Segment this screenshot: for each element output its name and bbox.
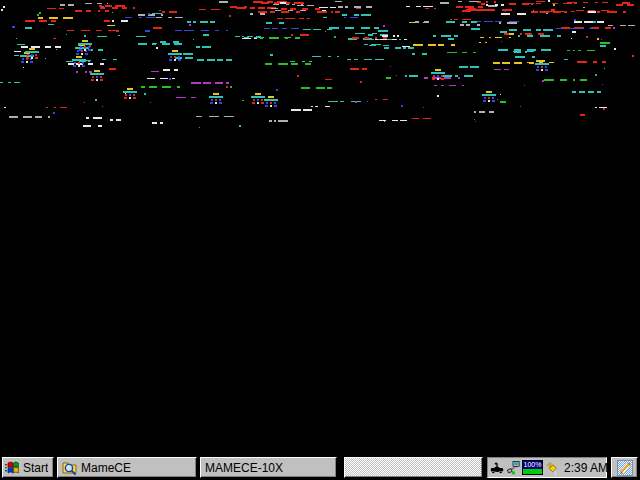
screen: Start MameCE MAMECE-10X bbox=[0, 0, 640, 480]
pc-connection-icon[interactable] bbox=[506, 460, 520, 476]
joystick-icon[interactable] bbox=[490, 460, 504, 476]
desktop-pencil-icon bbox=[617, 460, 633, 476]
explorer-search-icon bbox=[62, 460, 78, 476]
active-task-button[interactable] bbox=[344, 457, 483, 478]
task-button-mamece-10x[interactable]: MAMECE-10X bbox=[200, 457, 337, 478]
start-button-label: Start bbox=[23, 461, 48, 475]
battery-level-bar bbox=[523, 469, 542, 474]
task-button-label: MAMECE-10X bbox=[205, 461, 283, 475]
glitched-game-graphics bbox=[0, 0, 640, 136]
system-tray: 100% 2:39 AM bbox=[487, 457, 607, 478]
battery-icon[interactable]: 100% bbox=[522, 460, 543, 475]
ac-plug-icon[interactable] bbox=[545, 460, 560, 476]
taskbar: Start MameCE MAMECE-10X bbox=[0, 454, 640, 480]
battery-percent-label: 100% bbox=[523, 461, 542, 469]
task-button-label: MameCE bbox=[81, 461, 131, 475]
tray-clock[interactable]: 2:39 AM bbox=[564, 461, 608, 475]
task-button-mamece[interactable]: MameCE bbox=[57, 457, 197, 478]
start-button[interactable]: Start bbox=[2, 457, 54, 478]
windows-logo-icon bbox=[5, 460, 21, 475]
show-desktop-button[interactable] bbox=[611, 457, 638, 478]
